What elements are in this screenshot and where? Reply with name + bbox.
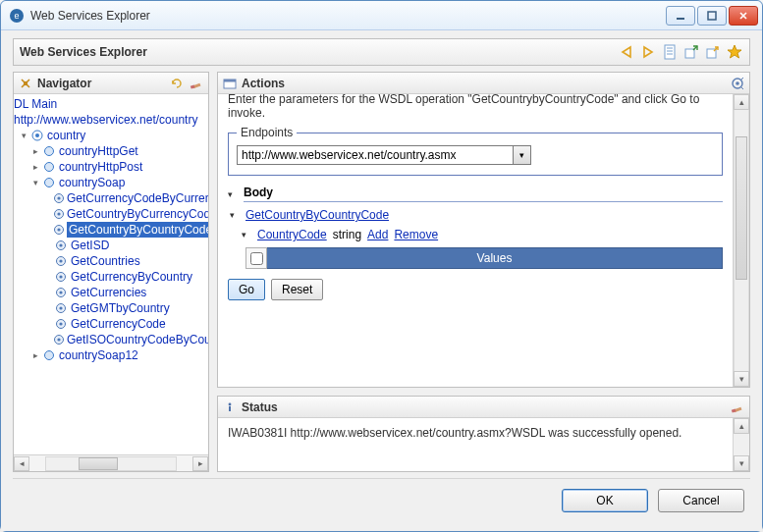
import-icon[interactable] <box>682 43 700 61</box>
values-header: Values <box>267 247 723 269</box>
cancel-button[interactable]: Cancel <box>658 489 744 512</box>
navigator-tree[interactable]: DL Main http://www.webservicex.net/count… <box>14 96 208 363</box>
values-header-row: Values <box>245 247 723 269</box>
tree-op[interactable]: GetCountryByCurrencyCod <box>67 206 208 222</box>
gear-icon <box>53 302 69 314</box>
back-icon[interactable] <box>618 43 635 61</box>
scroll-up-icon[interactable]: ▴ <box>734 418 749 434</box>
tree-url[interactable]: http://www.webservicex.net/country <box>14 112 197 128</box>
tree-port-soap12[interactable]: countrySoap12 <box>59 347 138 363</box>
scroll-left-icon[interactable]: ◂ <box>14 456 29 471</box>
collapse-icon[interactable]: ▾ <box>228 189 238 199</box>
expand-icon[interactable]: ▸ <box>29 347 41 363</box>
scroll-down-icon[interactable]: ▾ <box>734 371 749 387</box>
scroll-down-icon[interactable]: ▾ <box>734 455 749 471</box>
add-link[interactable]: Add <box>367 228 388 241</box>
explorer-title: Web Services Explorer <box>20 45 147 59</box>
tree-op[interactable]: GetCurrencyCode <box>71 316 166 332</box>
gear-icon <box>53 192 65 204</box>
svg-rect-46 <box>229 406 231 411</box>
tree-service[interactable]: country <box>47 128 85 143</box>
tree-port-httppost[interactable]: countryHttpPost <box>59 159 142 175</box>
tree-op-selected[interactable]: GetCountryByCountryCode <box>67 222 208 238</box>
favorite-icon[interactable] <box>726 43 743 61</box>
scroll-thumb[interactable] <box>736 136 747 280</box>
svg-point-16 <box>35 133 39 137</box>
gear-icon <box>53 255 69 267</box>
expand-icon[interactable]: ▾ <box>29 175 41 190</box>
tree-root[interactable]: DL Main <box>14 96 57 112</box>
expand-icon[interactable]: ▸ <box>29 159 41 175</box>
svg-point-33 <box>59 291 62 293</box>
operation-link[interactable]: GetCountryByCountryCode <box>245 208 389 222</box>
port-icon <box>41 177 57 188</box>
actions-header: Actions <box>218 73 749 94</box>
chevron-down-icon[interactable]: ▾ <box>513 146 530 164</box>
clear-icon[interactable] <box>189 76 204 91</box>
content-area: Web Services Explorer Navigator <box>1 30 762 531</box>
actions-vscrollbar[interactable]: ▴ ▾ <box>733 94 749 387</box>
actions-panel: Actions Enter the parameters for the WSD… <box>217 72 750 388</box>
scroll-right-icon[interactable]: ▸ <box>192 456 208 471</box>
tree-op[interactable]: GetCurrencyCodeByCurrenc <box>67 190 208 206</box>
svg-point-27 <box>59 243 62 246</box>
dialog-window: e Web Services Explorer Web Services Exp… <box>0 0 763 532</box>
navigator-hscrollbar[interactable]: ◂ ▸ <box>14 454 208 471</box>
status-vscrollbar[interactable]: ▴ ▾ <box>733 418 749 471</box>
document-icon[interactable] <box>661 43 679 61</box>
export-icon[interactable] <box>704 43 722 61</box>
body-section-label: Body <box>244 186 723 202</box>
tree-op[interactable]: GetCurrencies <box>71 285 146 300</box>
refresh-icon[interactable] <box>169 76 185 91</box>
collapse-icon[interactable]: ▾ <box>230 210 240 220</box>
svg-point-31 <box>59 275 62 278</box>
window-title: Web Services Explorer <box>30 9 666 23</box>
actions-icon <box>222 76 238 91</box>
svg-point-39 <box>57 338 60 341</box>
toolbar-icons <box>618 43 743 61</box>
tree-port-soap[interactable]: countrySoap <box>59 175 125 190</box>
window-buttons <box>666 6 758 26</box>
gear-icon <box>53 208 65 220</box>
reset-button[interactable]: Reset <box>271 279 323 300</box>
forward-icon[interactable] <box>639 43 657 61</box>
navigator-title: Navigator <box>37 77 91 90</box>
tree-op[interactable]: GetCurrencyByCountry <box>71 269 192 285</box>
clear-status-icon[interactable] <box>730 399 745 415</box>
navigator-panel: Navigator DL Main http://www.webservicex… <box>13 72 209 472</box>
status-message: IWAB0381I http://www.webservicex.net/cou… <box>218 418 733 448</box>
close-button[interactable] <box>729 6 758 26</box>
right-stack: Actions Enter the parameters for the WSD… <box>217 72 750 472</box>
source-icon[interactable] <box>730 76 745 91</box>
param-link[interactable]: CountryCode <box>257 228 327 241</box>
gear-icon <box>53 239 69 251</box>
expand-icon[interactable]: ▸ <box>29 143 41 159</box>
maximize-button[interactable] <box>697 6 727 26</box>
endpoint-select[interactable]: http://www.webservicex.net/country.asmx … <box>237 145 531 165</box>
remove-link[interactable]: Remove <box>394 228 438 241</box>
values-checkbox[interactable] <box>250 252 263 265</box>
tree-op[interactable]: GetCountries <box>71 253 140 269</box>
status-title: Status <box>242 400 278 414</box>
scroll-up-icon[interactable]: ▴ <box>734 94 749 110</box>
status-panel: Status IWAB0381I http://www.webservicex.… <box>217 396 750 472</box>
dialog-buttons: OK Cancel <box>13 478 750 521</box>
ok-button[interactable]: OK <box>562 489 648 512</box>
scroll-thumb[interactable] <box>79 457 118 470</box>
svg-point-29 <box>59 259 62 262</box>
tree-op[interactable]: GetISD <box>71 238 109 253</box>
navigator-header: Navigator <box>14 73 208 94</box>
actions-body: Enter the parameters for the WSDL operat… <box>218 94 749 387</box>
instruction-text: Enter the parameters for the WSDL operat… <box>228 94 723 120</box>
tree-op[interactable]: GetISOCountryCodeByCoun <box>67 332 208 347</box>
gear-icon <box>53 334 65 346</box>
collapse-icon[interactable]: ▾ <box>242 230 251 239</box>
app-icon: e <box>9 8 25 24</box>
go-button[interactable]: Go <box>228 279 265 300</box>
expand-icon[interactable]: ▾ <box>18 128 29 143</box>
tree-op[interactable]: GetGMTbyCountry <box>71 300 170 316</box>
port-icon <box>41 145 57 157</box>
tree-port-httpget[interactable]: countryHttpGet <box>59 143 138 159</box>
svg-point-25 <box>57 228 60 231</box>
minimize-button[interactable] <box>666 6 695 26</box>
